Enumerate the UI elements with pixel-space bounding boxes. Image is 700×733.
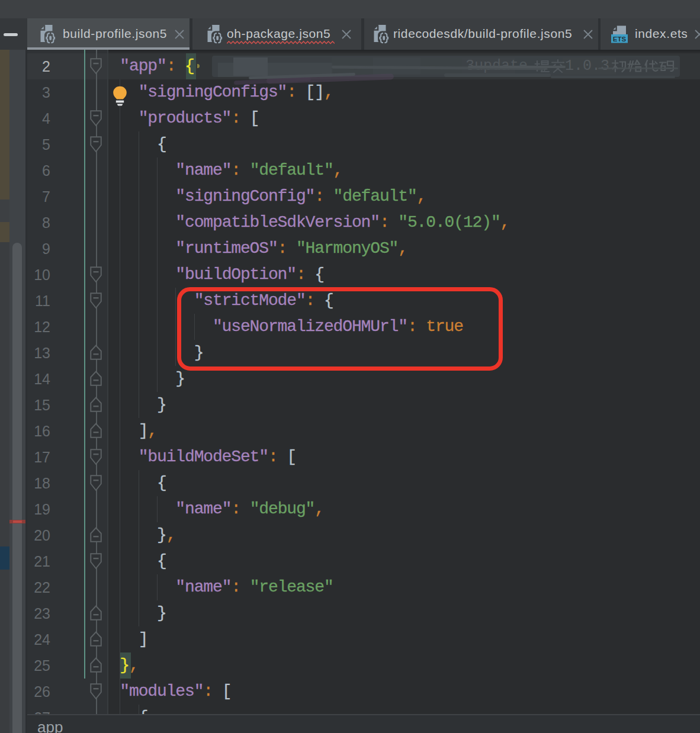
svg-text:ETS: ETS xyxy=(613,36,627,43)
